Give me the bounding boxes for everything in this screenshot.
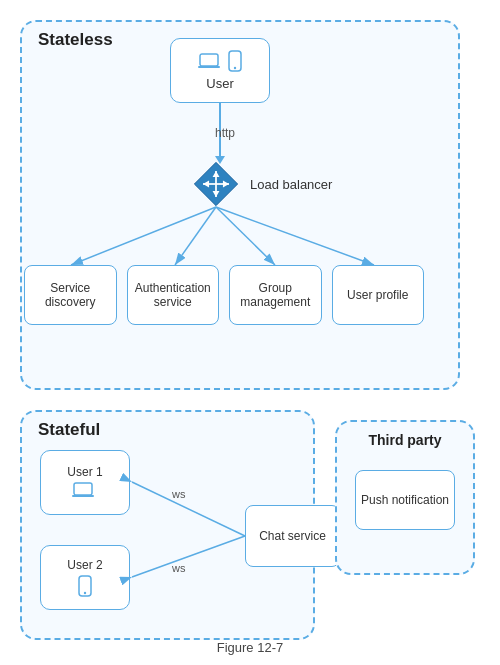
service-boxes: Service discovery Authentication service… [24, 265, 424, 325]
svg-rect-1 [198, 66, 220, 68]
figure-caption: Figure 12-7 [0, 640, 500, 655]
user1-box: User 1 [40, 450, 130, 515]
third-party-label: Third party [355, 432, 455, 448]
user-box: User [170, 38, 270, 103]
user-icons [198, 50, 242, 72]
load-balancer-icon [190, 158, 242, 210]
user2-box: User 2 [40, 545, 130, 610]
load-balancer-container: Load balancer [190, 158, 332, 210]
svg-point-19 [84, 592, 86, 594]
user-label: User [206, 76, 233, 91]
svg-rect-16 [74, 483, 92, 495]
laptop-icon [198, 52, 224, 72]
load-balancer-label: Load balancer [250, 177, 332, 192]
user1-label: User 1 [67, 465, 102, 479]
group-mgmt-box: Group management [229, 265, 322, 325]
svg-rect-17 [72, 495, 94, 497]
user-profile-box: User profile [332, 265, 425, 325]
user1-laptop-icon [72, 482, 98, 500]
svg-point-3 [234, 67, 236, 69]
stateful-label: Stateful [38, 420, 100, 440]
chat-service-box: Chat service [245, 505, 340, 567]
service-discovery-box: Service discovery [24, 265, 117, 325]
user2-phone-icon [78, 575, 92, 597]
http-label: http [215, 126, 235, 140]
svg-rect-0 [200, 54, 218, 66]
push-notification-box: Push notification [355, 470, 455, 530]
diagram-wrapper: Stateless User http [0, 0, 500, 665]
phone-icon [228, 50, 242, 72]
auth-service-box: Authentication service [127, 265, 220, 325]
stateless-label: Stateless [38, 30, 113, 50]
user2-label: User 2 [67, 558, 102, 572]
